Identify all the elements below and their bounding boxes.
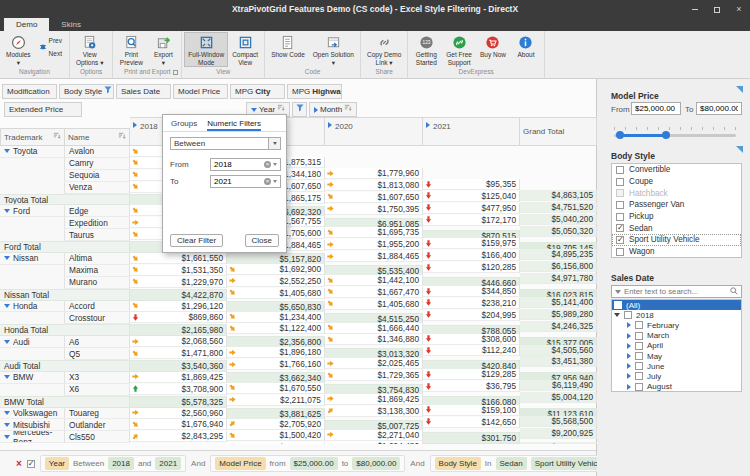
trademark-cell[interactable]: [0, 277, 65, 289]
trademark-cell[interactable]: [0, 182, 65, 194]
name-cell[interactable]: Accord: [65, 301, 130, 313]
name-cell[interactable]: Camry: [65, 158, 130, 170]
expand-down-icon[interactable]: [614, 313, 620, 317]
sales-date-node-august[interactable]: August: [612, 382, 741, 392]
dialog-launcher-icon[interactable]: [173, 70, 178, 75]
value-cell[interactable]: $2,068,560: [130, 336, 227, 347]
body-style-item-wagon[interactable]: Wagon: [612, 246, 741, 258]
trademark-cell[interactable]: [0, 170, 65, 182]
sales-date-node-march[interactable]: March: [612, 331, 741, 341]
body-style-item-coupe[interactable]: Coupe: [612, 176, 741, 188]
filter-field-chip[interactable]: Model Price: [215, 457, 265, 470]
checkbox[interactable]: [616, 248, 624, 256]
trademark-cell[interactable]: Mitsubishi: [0, 419, 65, 431]
model-price-from-value[interactable]: [632, 103, 680, 114]
expand-right-icon[interactable]: [627, 373, 631, 379]
trademark-cell[interactable]: Mercedes-Benz: [0, 431, 65, 443]
value-cell[interactable]: $1,676,940: [130, 419, 227, 430]
expand-right-icon[interactable]: [627, 333, 631, 339]
checkbox[interactable]: [616, 213, 624, 221]
collapse-icon[interactable]: [4, 149, 10, 153]
body-style-item-passenger-van[interactable]: Passenger Van: [612, 199, 741, 211]
model-price-from-input[interactable]: [631, 102, 681, 115]
ribbon-button-get-free[interactable]: Get FreeSupport: [442, 32, 476, 67]
filter-field-body-style[interactable]: Body Style: [59, 84, 114, 99]
value-cell[interactable]: $5,578,325: [130, 396, 227, 408]
filter-field-chip[interactable]: Year: [45, 457, 69, 470]
name-cell[interactable]: Sequoia: [65, 170, 130, 182]
checkbox[interactable]: [635, 321, 643, 329]
ribbon-button-full-window[interactable]: Full-WindowMode: [184, 32, 228, 67]
name-cell[interactable]: Taurus: [65, 229, 130, 241]
from-input[interactable]: ×: [210, 158, 281, 171]
ribbon-button-copy-demo[interactable]: Copy DemoLink ▾: [363, 32, 405, 67]
value-cell[interactable]: $4,422,870: [130, 289, 227, 301]
filter-enabled-checkbox[interactable]: [27, 460, 35, 468]
row-header-trademark[interactable]: Trademark: [0, 128, 65, 146]
sales-date-search[interactable]: [611, 285, 742, 298]
expand-right-icon[interactable]: [627, 322, 631, 328]
name-cell[interactable]: Expedition: [65, 217, 130, 229]
from-value-input[interactable]: [211, 160, 264, 169]
filter-value-chip[interactable]: Sedan: [496, 457, 527, 470]
checkbox[interactable]: [635, 372, 643, 380]
collapse-icon[interactable]: [4, 375, 10, 379]
name-cell[interactable]: Cls550: [65, 431, 130, 443]
model-price-to-value[interactable]: [697, 103, 741, 114]
trademark-cell[interactable]: [0, 348, 65, 360]
name-cell[interactable]: X3: [65, 372, 130, 384]
name-cell[interactable]: Q5: [65, 348, 130, 360]
body-style-item-convertible[interactable]: Convertible: [612, 164, 741, 176]
expand-icon[interactable]: [133, 122, 137, 128]
name-cell[interactable]: X6: [65, 384, 130, 396]
checkbox[interactable]: [616, 166, 624, 174]
body-style-item-hatchback[interactable]: Hatchback: [612, 187, 741, 199]
section-pin-icon[interactable]: [736, 146, 743, 153]
checkbox[interactable]: [635, 383, 643, 391]
expand-right-icon[interactable]: [627, 384, 631, 390]
ribbon-button-compact[interactable]: CompactView: [228, 32, 262, 67]
slider-thumb-min[interactable]: [616, 131, 624, 139]
checkbox[interactable]: [616, 224, 624, 232]
expand-right-icon[interactable]: [627, 363, 631, 369]
checkbox[interactable]: [635, 352, 643, 360]
total-label-cell[interactable]: Audi Total: [0, 360, 130, 372]
spin-down-icon[interactable]: [273, 180, 277, 183]
name-cell[interactable]: Avalon: [65, 146, 130, 158]
collapse-icon[interactable]: [4, 435, 10, 439]
price-range-slider[interactable]: [614, 134, 736, 137]
value-cell[interactable]: $3,708,900: [130, 384, 227, 395]
trademark-cell[interactable]: Toyota: [0, 146, 65, 158]
collapse-icon[interactable]: [4, 256, 10, 260]
filter-value-chip[interactable]: 2018: [108, 457, 134, 470]
chevron-down-icon[interactable]: [615, 290, 621, 294]
collapse-icon[interactable]: [4, 411, 10, 415]
close-popup-button[interactable]: Close: [245, 234, 279, 247]
ribbon-button-modules[interactable]: Modules▾: [2, 32, 35, 67]
clear-value-icon[interactable]: ×: [264, 178, 271, 185]
expand-icon[interactable]: [328, 122, 332, 128]
filter-field-mpg-city[interactable]: MPGCity: [230, 84, 285, 99]
chevron-down-icon[interactable]: [251, 108, 257, 112]
sales-date-node-february[interactable]: February: [612, 320, 741, 330]
collapse-icon[interactable]: [4, 209, 10, 213]
checkbox[interactable]: [616, 236, 624, 244]
to-value-input[interactable]: [211, 177, 264, 186]
spin-down-icon[interactable]: [273, 163, 277, 166]
trademark-cell[interactable]: BMW: [0, 372, 65, 384]
trademark-cell[interactable]: Honda: [0, 301, 65, 313]
sales-date-node-all[interactable]: (All): [612, 300, 741, 310]
total-label-cell[interactable]: Honda Total: [0, 324, 130, 336]
filter-field-model-price[interactable]: Model Price: [173, 84, 228, 99]
ribbon-button-next[interactable]: Next: [37, 49, 65, 58]
section-pin-icon[interactable]: [736, 86, 743, 93]
name-cell[interactable]: Murano: [65, 277, 130, 289]
sales-date-node-2018[interactable]: 2018: [612, 310, 741, 320]
ribbon-button-buy-now[interactable]: Buy Now: [476, 32, 510, 60]
tab-skins[interactable]: Skins: [49, 18, 93, 31]
collapse-icon[interactable]: [4, 304, 10, 308]
trademark-cell[interactable]: Audi: [0, 336, 65, 348]
name-cell[interactable]: Outlander: [65, 419, 130, 431]
total-label-cell[interactable]: Toyota Total: [0, 194, 130, 206]
row-header-name[interactable]: Name: [65, 128, 130, 146]
